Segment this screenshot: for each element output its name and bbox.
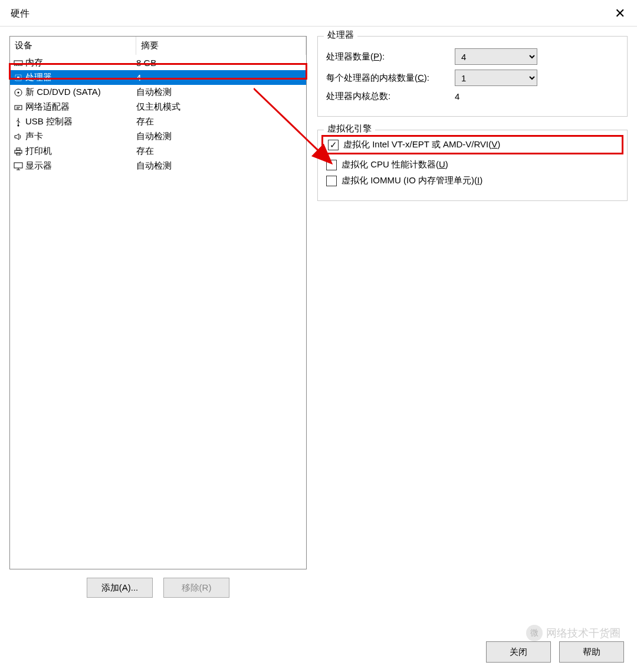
vt-checkbox[interactable]	[328, 140, 339, 150]
device-summary: 存在	[136, 116, 304, 127]
vt-label: 虚拟化 Intel VT-x/EPT 或 AMD-V/RVI(V)	[343, 139, 500, 150]
cpu-counters-checkbox[interactable]	[326, 160, 337, 170]
network-icon	[12, 102, 24, 113]
printer-icon	[12, 146, 24, 157]
list-row[interactable]: 内存8 GB	[10, 55, 306, 70]
svg-rect-0	[14, 61, 22, 65]
device-name: 新 CD/DVD (SATA)	[25, 87, 136, 98]
total-cores-label: 处理器内核总数:	[326, 91, 455, 102]
display-icon	[12, 161, 24, 172]
device-summary: 自动检测	[136, 87, 304, 98]
list-row[interactable]: 声卡自动检测	[10, 129, 306, 144]
memory-icon	[12, 58, 24, 68]
wechat-icon: 微	[526, 625, 543, 641]
total-cores-value: 4	[455, 91, 459, 101]
svg-rect-2	[17, 77, 19, 79]
list-row[interactable]: 显示器自动检测	[10, 159, 306, 173]
sound-icon	[12, 131, 24, 142]
help-button[interactable]: 帮助	[559, 641, 624, 663]
processor-group: 处理器 处理器数量(P): 4 每个处理器的内核数量(C): 1 处理器内核总数…	[317, 36, 628, 117]
cpu-counters-label: 虚拟化 CPU 性能计数器(U)	[342, 159, 448, 170]
list-row[interactable]: 新 CD/DVD (SATA)自动检测	[10, 85, 306, 100]
list-row[interactable]: 网络适配器仅主机模式	[10, 100, 306, 114]
header-summary[interactable]: 摘要	[136, 37, 306, 55]
device-name: 声卡	[25, 131, 136, 142]
device-name: 网络适配器	[25, 101, 136, 113]
cores-label: 每个处理器的内核数量(C):	[326, 73, 455, 84]
device-name: 内存	[25, 57, 136, 68]
close-button[interactable]: 关闭	[486, 641, 551, 663]
svg-rect-8	[17, 148, 20, 150]
window-title: 硬件	[11, 8, 29, 20]
list-row[interactable]: 打印机存在	[10, 144, 306, 159]
annotation-highlight-vt: 虚拟化 Intel VT-x/EPT 或 AMD-V/RVI(V)	[321, 135, 623, 154]
processor-legend: 处理器	[324, 29, 357, 41]
proc-count-select[interactable]: 4	[455, 48, 537, 65]
iommu-checkbox[interactable]	[326, 176, 337, 186]
device-summary: 自动检测	[136, 131, 304, 142]
device-name: 打印机	[25, 146, 136, 157]
device-name: 处理器	[25, 72, 136, 83]
svg-rect-10	[14, 163, 22, 168]
device-summary: 存在	[136, 146, 304, 157]
close-icon[interactable]: ✕	[610, 5, 630, 22]
virt-legend: 虚拟化引擎	[324, 123, 375, 134]
cpu-icon	[12, 73, 24, 83]
device-summary: 4	[136, 73, 304, 83]
iommu-label: 虚拟化 IOMMU (IO 内存管理单元)(I)	[342, 175, 482, 186]
device-name: USB 控制器	[25, 116, 136, 127]
device-list: 设备 摘要 内存8 GB处理器4新 CD/DVD (SATA)自动检测网络适配器…	[9, 36, 307, 569]
remove-button: 移除(R)	[163, 578, 229, 598]
add-button[interactable]: 添加(A)...	[87, 578, 153, 598]
list-row[interactable]: 处理器4	[10, 70, 306, 85]
disc-icon	[12, 87, 24, 98]
device-summary: 8 GB	[136, 58, 304, 68]
watermark: 微 网络技术干货圈	[526, 625, 620, 641]
list-row[interactable]: USB 控制器存在	[10, 114, 306, 129]
virtualization-group: 虚拟化引擎 虚拟化 Intel VT-x/EPT 或 AMD-V/RVI(V) …	[317, 130, 628, 201]
svg-point-6	[18, 124, 19, 126]
header-device[interactable]: 设备	[10, 37, 136, 55]
svg-point-4	[18, 91, 19, 93]
cores-select[interactable]: 1	[455, 70, 537, 86]
device-summary: 仅主机模式	[136, 101, 304, 113]
proc-count-label: 处理器数量(P):	[326, 51, 455, 62]
device-name: 显示器	[25, 160, 136, 172]
device-summary: 自动检测	[136, 160, 304, 172]
usb-icon	[12, 117, 24, 127]
